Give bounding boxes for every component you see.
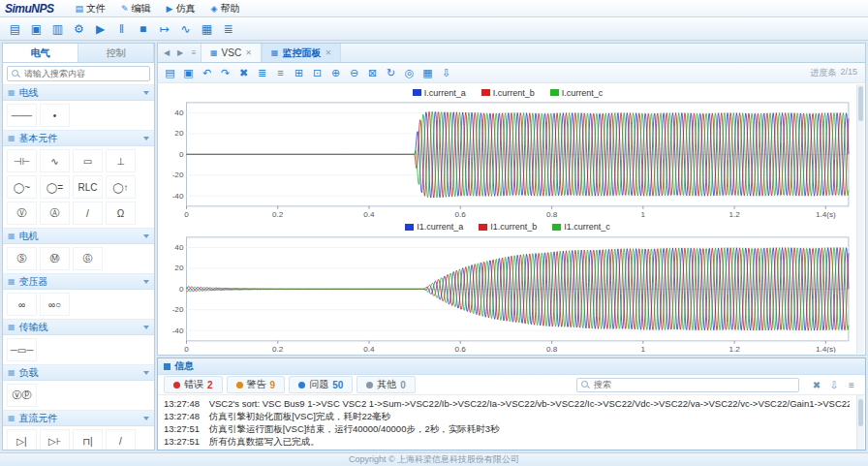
ammeter-icon[interactable]: Ⓐ [40, 202, 70, 225]
save-icon[interactable]: ▥ [48, 19, 67, 38]
scrollbar-thumb[interactable] [858, 86, 863, 121]
tab-list-icon[interactable]: ≡ [187, 48, 201, 57]
component-glyph: ▷⊦ [48, 436, 61, 447]
synchronous-machine-icon[interactable]: Ⓢ [7, 247, 37, 270]
settings-icon[interactable]: ⚙ [70, 19, 88, 38]
component-glyph: / [119, 436, 122, 447]
tab-scroll-right-icon[interactable]: ▶ [173, 48, 187, 57]
info-filter-tab[interactable]: 其他 0 [356, 376, 416, 393]
legend-label: I.current_a [424, 88, 466, 98]
thyristor-icon[interactable]: ▷⊦ [40, 429, 70, 450]
svg-text:-40: -40 [172, 326, 184, 334]
load-icon[interactable]: ⓥⓟ [7, 384, 37, 407]
log-search-input[interactable] [594, 380, 794, 389]
capacitor-icon[interactable]: ⊣⊢ [7, 149, 37, 172]
tab-electrical[interactable]: 电气 [3, 44, 78, 62]
igbt-icon[interactable]: ⊓| [73, 429, 103, 450]
three-winding-transformer-icon[interactable]: ∞○ [40, 293, 70, 316]
section-header[interactable]: 直流元件 [3, 410, 154, 426]
copy-icon[interactable]: ▣ [180, 65, 197, 81]
log-line: 13:27:48 VSC2's sort: VSC Bus9 1->VSC VS… [164, 397, 850, 410]
row-layout-icon[interactable]: ≡ [272, 65, 289, 81]
stop-icon[interactable]: ■ [134, 19, 152, 38]
diode-icon[interactable]: ▷| [7, 429, 37, 450]
log-menu-icon[interactable]: ≡ [844, 377, 859, 392]
info-filter-tab[interactable]: 警告 9 [227, 376, 286, 393]
export-image-icon[interactable]: ▤ [162, 65, 178, 81]
undo-icon[interactable]: ↶ [199, 65, 215, 81]
rlc-branch-icon[interactable]: RLC [73, 175, 103, 199]
clear-log-icon[interactable]: ✖ [809, 377, 824, 392]
current-source-icon[interactable]: ◯↑ [106, 175, 136, 199]
current-waveform-chart-1[interactable]: 40200-20-4000.20.40.60.811.21.4(s) [162, 99, 853, 219]
run-icon[interactable]: ▶ [91, 19, 109, 38]
info-tab-label: 错误 [184, 378, 203, 391]
section-header[interactable]: 负载 [3, 364, 154, 381]
dc-voltage-source-icon[interactable]: ◯= [40, 175, 70, 199]
charts-scrollbar[interactable] [856, 84, 864, 354]
menu-simulation[interactable]: ▶ 仿真 [159, 1, 203, 16]
generator-icon[interactable]: Ⓖ [73, 247, 103, 270]
monitor-panel-icon: ▦ [271, 48, 279, 57]
resistor-icon[interactable]: ▭ [73, 149, 103, 172]
menu-edit[interactable]: ✎ 编辑 [113, 1, 159, 16]
delete-icon[interactable]: ✖ [235, 65, 252, 81]
ground-icon[interactable]: ⊥ [106, 149, 136, 172]
tab-scroll-left-icon[interactable]: ◀ [160, 48, 173, 57]
section-header[interactable]: 传输线 [3, 319, 154, 335]
single-layout-icon[interactable]: ⊡ [309, 65, 326, 81]
log-list-container: 13:27:48 VSC2's sort: VSC Bus9 1->VSC VS… [158, 395, 865, 450]
tab-vsc[interactable]: ▦ VSC ✕ [201, 44, 262, 62]
inductor-icon[interactable]: ∿ [40, 149, 70, 172]
section-header[interactable]: 变压器 [3, 273, 154, 290]
step-icon[interactable]: ↦ [155, 19, 173, 38]
menu-file[interactable]: ▤ 文件 [68, 1, 114, 16]
menu-help[interactable]: ◈ 帮助 [203, 1, 248, 16]
export-log-icon[interactable]: ⇩ [826, 377, 842, 392]
switch-icon[interactable]: / [106, 429, 136, 450]
component-search-input[interactable] [24, 69, 145, 78]
asynchronous-machine-icon[interactable]: Ⓜ [40, 247, 70, 270]
close-icon[interactable]: ✕ [325, 48, 331, 57]
voltmeter-icon[interactable]: Ⓥ [7, 202, 37, 225]
component-glyph: Ⓖ [83, 252, 93, 265]
grid-layout-icon[interactable]: ⊞ [291, 65, 307, 81]
open-file-icon[interactable]: ▣ [27, 19, 46, 38]
report-icon[interactable]: ≣ [219, 19, 237, 38]
two-winding-transformer-icon[interactable]: ∞ [7, 293, 37, 316]
pause-icon[interactable]: ‖ [112, 19, 131, 38]
close-icon[interactable]: ✕ [245, 48, 252, 57]
zoom-fit-icon[interactable]: ⊠ [364, 65, 381, 81]
scrollbar-thumb[interactable] [858, 399, 863, 426]
snapshot-icon[interactable]: ▦ [419, 65, 436, 81]
info-filter-tab[interactable]: 错误 2 [164, 376, 223, 393]
chevron-down-icon [143, 371, 149, 375]
transmission-line-icon[interactable]: ─▭─ [7, 338, 37, 361]
refresh-icon[interactable]: ↻ [383, 65, 399, 81]
crosshair-icon[interactable]: ◎ [401, 65, 418, 81]
redo-icon[interactable]: ↷ [217, 65, 233, 81]
monitor-icon[interactable]: ▦ [198, 19, 216, 38]
breaker-icon[interactable]: / [73, 202, 103, 225]
component-glyph: ─▭─ [11, 345, 34, 356]
zoom-out-icon[interactable]: ⊖ [346, 65, 362, 81]
current-waveform-chart-2[interactable]: 40200-20-4000.20.40.60.811.21.4(s) [162, 233, 853, 354]
svg-text:0.2: 0.2 [272, 210, 284, 219]
waveform-icon[interactable]: ∿ [176, 19, 195, 38]
wire-icon[interactable]: ─── [7, 104, 37, 127]
info-filter-tab[interactable]: 问题 50 [289, 376, 353, 393]
section-header[interactable]: 基本元件 [3, 130, 154, 146]
log-scrollbar[interactable] [856, 395, 864, 450]
export-data-icon[interactable]: ⇩ [438, 65, 454, 81]
tab-monitor-panel[interactable]: ▦ 监控面板 ✕ [262, 44, 341, 62]
section-header[interactable]: 电线 [3, 84, 154, 101]
impedance-icon[interactable]: Ω [106, 202, 136, 225]
section-header[interactable]: 电机 [3, 228, 154, 244]
list-layout-icon[interactable]: ≣ [254, 65, 270, 81]
new-file-icon[interactable]: ▤ [6, 19, 24, 38]
info-filter-bar: 错误 2 警告 9 问题 50 其他 [158, 375, 865, 395]
connection-node-icon[interactable]: • [40, 104, 70, 127]
zoom-in-icon[interactable]: ⊕ [327, 65, 344, 81]
tab-control[interactable]: 控制 [78, 44, 154, 62]
ac-voltage-source-icon[interactable]: ◯~ [7, 175, 37, 199]
